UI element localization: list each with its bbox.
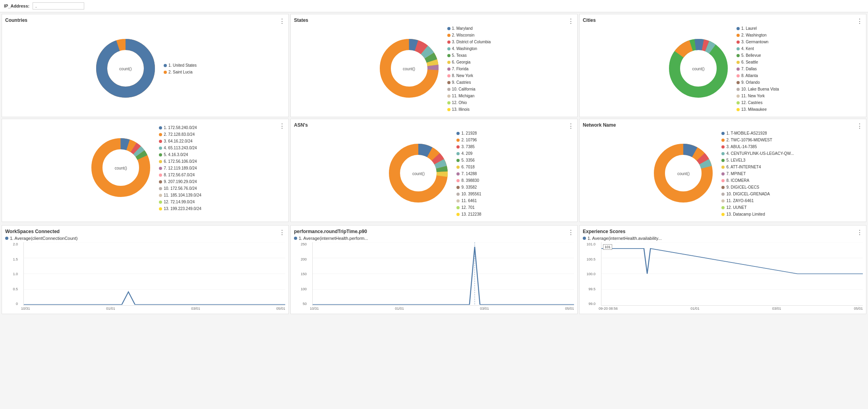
legend-dot xyxy=(721,166,725,169)
states-donut: count() xyxy=(377,37,441,101)
states-legend: 1. Maryland 2. Wisconsin 3. District of … xyxy=(447,25,491,112)
legend-dot xyxy=(456,139,460,142)
legend-label: 6. 7018 xyxy=(461,164,474,170)
legend-item: 11. 6461 xyxy=(456,197,481,204)
legend-label: 7. MPINET xyxy=(726,170,746,177)
cities-title: Cities xyxy=(583,17,863,23)
legend-dot xyxy=(164,64,167,67)
legend-item: 8. New York xyxy=(447,72,491,79)
asns-content: count() 1. 21928 2. 10796 3. 7385 4. 209… xyxy=(294,130,574,217)
legend-item: 2. Saint Lucia xyxy=(164,69,197,75)
legend-dot xyxy=(447,27,450,30)
experience-menu[interactable]: ⋮ xyxy=(856,229,863,236)
legend-label: 10. California xyxy=(452,86,476,93)
legend-label: 7. Dallas xyxy=(741,66,757,72)
workspaces-title: WorkSpaces Connected xyxy=(5,229,285,234)
legend-item: 5. Texas xyxy=(447,52,491,59)
legend-dot xyxy=(721,159,725,162)
legend-dot xyxy=(456,179,460,182)
workspaces-menu[interactable]: ⋮ xyxy=(279,229,285,236)
legend-dot xyxy=(737,108,740,111)
legend-label: 11. 185.104.139.0/24 xyxy=(164,192,201,199)
roundtrip-y-axis: 250 200 150 100 50 xyxy=(294,242,308,306)
legend-dot xyxy=(159,153,162,156)
legend-item: 3. Germantown xyxy=(737,39,779,45)
legend-label: 11. 6461 xyxy=(461,197,477,204)
states-menu[interactable]: ⋮ xyxy=(568,17,574,25)
svg-point-1 xyxy=(102,44,149,92)
legend-label: 6. ATT-INTERNET4 xyxy=(726,164,761,170)
legend-dot xyxy=(737,47,740,50)
legend-item: 9. Castries xyxy=(447,79,491,86)
legend-label: 10. 395561 xyxy=(461,191,481,197)
legend-label: 5. 3356 xyxy=(461,157,474,164)
score-badge: 101 xyxy=(603,244,612,250)
legend-item: 4. 65.113.243.0/24 xyxy=(159,145,201,151)
cidr-menu[interactable]: ⋮ xyxy=(279,122,285,130)
legend-dot xyxy=(456,186,460,189)
workspaces-legend: 1. Average(clientConnectionCount) xyxy=(5,236,77,241)
states-content: count() 1. Maryland 2. Wisconsin 3. Dist… xyxy=(294,25,574,112)
legend-dot xyxy=(737,81,740,84)
legend-dot xyxy=(721,172,725,176)
legend-item: 7. MPINET xyxy=(721,170,794,177)
network-donut: count() xyxy=(651,141,715,206)
roundtrip-menu[interactable]: ⋮ xyxy=(568,229,574,236)
experience-y-axis: 101.0 100.5 100.0 99.5 99.0 xyxy=(583,242,597,306)
legend-dot xyxy=(456,132,460,135)
legend-item: 6. Seattle xyxy=(737,59,779,66)
cidr-panel: ⋮ count() 1. 172.58.240.0/24 2. xyxy=(2,119,289,222)
legend-dot xyxy=(159,201,162,204)
network-menu[interactable]: ⋮ xyxy=(856,122,863,130)
legend-dot xyxy=(721,132,725,135)
legend-dot xyxy=(737,27,740,30)
legend-item: 7. Florida xyxy=(447,66,491,72)
legend-label: 8. ICOMERA xyxy=(726,177,749,184)
legend-item: 8. ICOMERA xyxy=(721,177,794,184)
legend-label: 9. Orlando xyxy=(741,79,760,86)
legend-label: 13. Illinois xyxy=(452,106,470,112)
legend-dot xyxy=(447,95,450,98)
cities-content: count() 1. Laurel 2. Washington 3. Germa… xyxy=(583,25,863,112)
legend-label: 12. 701 xyxy=(461,204,474,211)
legend-label: 9. 33582 xyxy=(461,184,477,191)
legend-dot xyxy=(721,213,725,216)
workspaces-legend-label: 1. Average(clientConnectionCount) xyxy=(10,236,77,241)
legend-label: 4. Kent xyxy=(741,45,754,52)
legend-dot xyxy=(737,101,740,104)
legend-dot xyxy=(456,172,460,176)
legend-dot xyxy=(456,193,460,196)
roundtrip-legend-label: 1. Average(internetHealth.perform... xyxy=(299,236,368,241)
cidr-legend: 1. 172.58.240.0/24 2. 72.128.83.0/24 3. … xyxy=(159,124,201,212)
experience-x-axis: 09-20 08:56 01/01 03/01 05/01 xyxy=(599,307,863,311)
legend-item: 13. Illinois xyxy=(447,106,491,112)
ip-address-input[interactable] xyxy=(33,2,84,10)
legend-label: 3. District of Columbia xyxy=(452,39,491,45)
legend-dot xyxy=(159,133,162,136)
legend-label: 11. New York xyxy=(741,93,765,99)
experience-svg-container: 101 xyxy=(601,242,863,306)
roundtrip-svg-container xyxy=(312,242,574,306)
cidr-content: count() 1. 172.58.240.0/24 2. 72.128.83.… xyxy=(5,125,285,211)
workspaces-svg-container xyxy=(23,242,285,306)
legend-dot xyxy=(456,159,460,162)
legend-dot xyxy=(159,147,162,150)
legend-label: 12. Castries xyxy=(741,99,762,106)
legend-item: 1. Laurel xyxy=(737,25,779,32)
legend-dot xyxy=(721,193,725,196)
legend-item: 12. UUNET xyxy=(721,204,794,211)
asns-donut-area: count() 1. 21928 2. 10796 3. 7385 4. 209… xyxy=(294,130,574,217)
legend-item: 13. Datacamp Limited xyxy=(721,211,794,217)
legend-label: 13. 199.223.249.0/24 xyxy=(164,205,201,212)
legend-item: 7. Dallas xyxy=(737,66,779,72)
asns-menu[interactable]: ⋮ xyxy=(568,122,574,130)
legend-item: 11. ZAYO-6461 xyxy=(721,197,794,204)
cities-menu[interactable]: ⋮ xyxy=(856,17,863,25)
legend-item: 3. 64.16.22.0/24 xyxy=(159,138,201,145)
countries-menu[interactable]: ⋮ xyxy=(279,17,285,25)
legend-label: 8. Atlanta xyxy=(741,72,758,79)
legend-item: 12. Castries xyxy=(737,99,779,106)
legend-dot xyxy=(737,88,740,91)
legend-dot xyxy=(456,199,460,203)
legend-label: 12. 72.14.99.0/24 xyxy=(164,199,195,205)
